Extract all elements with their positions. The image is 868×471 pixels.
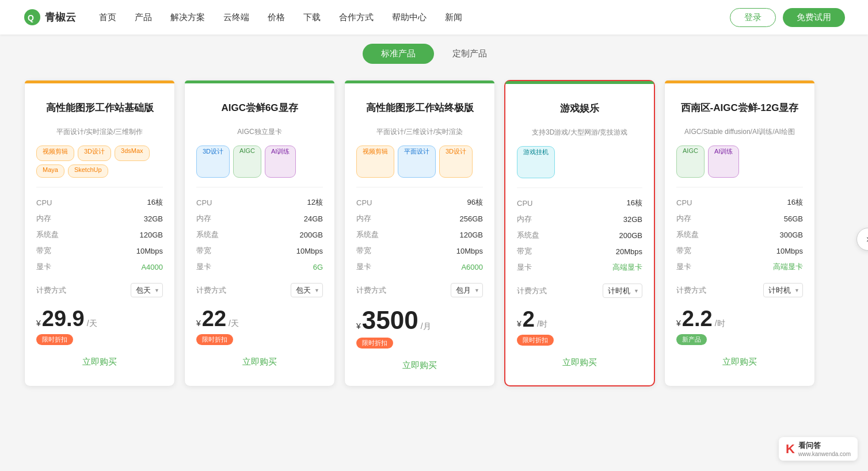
price-badge-5[interactable]: 新产品 (676, 334, 707, 345)
card-title-5: 西南区-AIGC尝鲜-12G显存 (676, 94, 803, 122)
nav-home[interactable]: 首页 (99, 12, 116, 23)
billing-select-3[interactable]: 包月包天 (451, 283, 483, 297)
billing-row-5: 计费方式 计时机包天包月 (676, 283, 803, 297)
card-tags-2: 3D设计 AIGC AI训练 (196, 145, 323, 178)
card-title-3: 高性能图形工作站终极版 (356, 94, 483, 122)
logo-text: 青椒云 (45, 10, 76, 24)
card-tags-3: 视频剪辑 平面设计 3D设计 (356, 145, 483, 178)
card-specs-5: CPU 16核 内存 56GB 系统盘 300GB 带宽 10Mbps 显卡 (676, 187, 803, 275)
nav-products[interactable]: 产品 (135, 12, 152, 23)
card-workstation-ultimate: 高性能图形工作站终极版 平面设计/三维设计/实时渲染 视频剪辑 平面设计 3D设… (344, 80, 495, 386)
billing-select-wrapper-4[interactable]: 计时机包天包月 (603, 284, 642, 298)
price-badge-4[interactable]: 限时折扣 (517, 335, 554, 346)
spec-cpu-1: CPU 16核 (36, 194, 163, 210)
tag-3d-3[interactable]: 3D设计 (439, 145, 473, 178)
card-aigc-6g: AIGC尝鲜6G显存 AIGC独立显卡 3D设计 AIGC AI训练 CPU 1… (184, 80, 335, 386)
nav-news[interactable]: 新闻 (445, 12, 462, 23)
price-main-2: ¥ 22 /天 (196, 308, 323, 330)
price-section-5: ¥ 2.2 /时 新产品 (665, 308, 814, 345)
trial-button[interactable]: 免费试用 (783, 8, 845, 27)
billing-row-2: 计费方式 包天包月 (196, 283, 323, 297)
nav-terminal[interactable]: 云终端 (223, 12, 249, 23)
billing-select-5[interactable]: 计时机包天包月 (763, 283, 803, 297)
card-title-4: 游戏娱乐 (517, 94, 642, 123)
tag-game-4[interactable]: 游戏挂机 (517, 146, 555, 178)
card-subtitle-4: 支持3D游戏/大型网游/竞技游戏 (517, 128, 642, 138)
spec-gpu-2: 显卡 6G (196, 259, 323, 275)
tag-3d-design[interactable]: 3D设计 (78, 145, 111, 161)
spec-mem-4: 内存 32GB (517, 211, 642, 227)
tag-maya[interactable]: Maya (36, 164, 64, 178)
card-tags-1: 视频剪辑 3D设计 3dsMax Maya SketchUp (36, 145, 163, 178)
tag-aigc-2[interactable]: AIGC (233, 145, 261, 178)
billing-select-1[interactable]: 包天包月 (131, 283, 163, 297)
cards-container: 高性能图形工作站基础版 平面设计/实时渲染/三维制作 视频剪辑 3D设计 3ds… (0, 68, 868, 409)
spec-cpu-5: CPU 16核 (676, 194, 803, 210)
nav-price[interactable]: 价格 (268, 12, 285, 23)
spec-cpu-3: CPU 96核 (356, 194, 483, 210)
spec-gpu-4: 显卡 高端显卡 (517, 259, 642, 275)
price-main-1: ¥ 29.9 /天 (36, 308, 163, 330)
tab-custom[interactable]: 定制产品 (434, 44, 505, 64)
buy-button-5[interactable]: 立即购买 (665, 353, 814, 371)
spec-gpu-5: 显卡 高端显卡 (676, 259, 803, 275)
tag-aigc-5[interactable]: AIGC (676, 145, 705, 178)
logo[interactable]: Q 青椒云 (23, 8, 76, 26)
header: Q 青椒云 首页 产品 解决方案 云终端 价格 下载 合作方式 帮助中心 新闻 … (0, 0, 868, 35)
card-body-4: 游戏娱乐 支持3D游戏/大型网游/竞技游戏 游戏挂机 CPU 16核 内存 32… (505, 84, 654, 298)
spec-mem-3: 内存 256GB (356, 210, 483, 227)
billing-select-wrapper-5[interactable]: 计时机包天包月 (763, 283, 803, 297)
tag-aitrain-2[interactable]: AI训练 (265, 145, 296, 178)
nav-solutions[interactable]: 解决方案 (170, 12, 205, 23)
card-tags-5: AIGC AI训练 (676, 145, 803, 178)
nav-cooperation[interactable]: 合作方式 (339, 12, 374, 23)
card-tags-4: 游戏挂机 (517, 146, 642, 178)
price-badge-2[interactable]: 限时折扣 (196, 334, 233, 345)
spec-disk-2: 系统盘 200GB (196, 227, 323, 243)
spec-bw-5: 带宽 10Mbps (676, 243, 803, 259)
spec-disk-1: 系统盘 120GB (36, 227, 163, 243)
price-main-5: ¥ 2.2 /时 (676, 308, 803, 330)
tab-bar: 标准产品 定制产品 (0, 44, 868, 64)
card-body-2: AIGC尝鲜6G显存 AIGC独立显卡 3D设计 AIGC AI训练 CPU 1… (185, 83, 334, 297)
spec-bw-4: 带宽 20Mbps (517, 243, 642, 259)
billing-row-4: 计费方式 计时机包天包月 (517, 284, 642, 298)
buy-button-4[interactable]: 立即购买 (505, 354, 654, 372)
tag-video-3[interactable]: 视频剪辑 (356, 145, 394, 178)
billing-select-wrapper-1[interactable]: 包天包月 (131, 283, 163, 297)
card-body-5: 西南区-AIGC尝鲜-12G显存 AIGC/Stable diffusion/A… (665, 83, 814, 297)
price-section-3: ¥ 3500 /月 限时折扣 (345, 308, 494, 349)
billing-select-wrapper-2[interactable]: 包天包月 (291, 283, 323, 297)
next-arrow[interactable]: › (856, 228, 868, 251)
tag-3dsmax[interactable]: 3dsMax (115, 145, 150, 161)
billing-select-2[interactable]: 包天包月 (291, 283, 323, 297)
card-subtitle-1: 平面设计/实时渲染/三维制作 (36, 127, 163, 137)
tag-flat-3[interactable]: 平面设计 (398, 145, 436, 178)
card-subtitle-3: 平面设计/三维设计/实时渲染 (356, 127, 483, 137)
tag-sketchup[interactable]: SketchUp (68, 164, 108, 178)
tag-3ddesign-2[interactable]: 3D设计 (196, 145, 230, 178)
billing-row-1: 计费方式 包天包月 (36, 283, 163, 297)
price-badge-1[interactable]: 限时折扣 (36, 334, 73, 345)
price-section-4: ¥ 2 /时 限时折扣 (505, 308, 654, 346)
buy-button-1[interactable]: 立即购买 (25, 353, 174, 371)
tab-standard[interactable]: 标准产品 (363, 44, 434, 64)
tag-video-edit[interactable]: 视频剪辑 (36, 145, 74, 161)
logo-icon: Q (23, 8, 41, 26)
buy-button-2[interactable]: 立即购买 (185, 353, 334, 371)
billing-select-4[interactable]: 计时机包天包月 (603, 284, 642, 298)
card-subtitle-5: AIGC/Stable diffusion/AI训练/AI绘图 (676, 127, 803, 137)
price-badge-3[interactable]: 限时折扣 (356, 338, 393, 349)
card-specs-3: CPU 96核 内存 256GB 系统盘 120GB 带宽 10Mbps 显卡 (356, 187, 483, 275)
billing-select-wrapper-3[interactable]: 包月包天 (451, 283, 483, 297)
card-specs-1: CPU 16核 内存 32GB 系统盘 120GB 带宽 10Mbps 显卡 (36, 187, 163, 275)
buy-button-3[interactable]: 立即购买 (345, 357, 494, 374)
nav-download[interactable]: 下载 (303, 12, 321, 23)
nav-help[interactable]: 帮助中心 (392, 12, 427, 23)
login-button[interactable]: 登录 (730, 8, 776, 27)
tag-aitrain-5[interactable]: AI训练 (708, 145, 739, 178)
spec-bw-2: 带宽 10Mbps (196, 243, 323, 259)
price-main-3: ¥ 3500 /月 (356, 308, 483, 333)
card-workstation-basic: 高性能图形工作站基础版 平面设计/实时渲染/三维制作 视频剪辑 3D设计 3ds… (24, 80, 175, 386)
price-section-2: ¥ 22 /天 限时折扣 (185, 308, 334, 345)
